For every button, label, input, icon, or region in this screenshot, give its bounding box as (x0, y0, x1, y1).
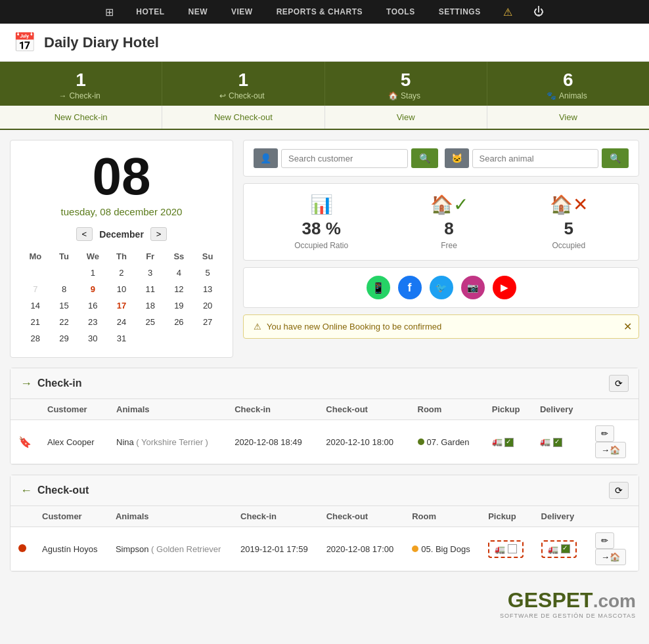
view-stays-link[interactable]: View (325, 106, 487, 129)
cal-day[interactable]: 25 (137, 314, 164, 330)
nav-hotel[interactable]: HOTEL (131, 3, 169, 20)
cal-day[interactable]: 12 (166, 282, 193, 297)
warning-icon[interactable]: ⚠ (499, 2, 516, 22)
facebook-icon[interactable]: f (398, 276, 422, 299)
nav-settings[interactable]: SETTINGS (434, 3, 486, 20)
animal-search-input[interactable] (472, 149, 599, 168)
checkin-section-action-btn[interactable]: ⟳ (609, 375, 629, 392)
cal-day[interactable]: 1 (79, 265, 106, 280)
cal-day[interactable]: 10 (108, 282, 135, 297)
animals-label: 🐾Animals (547, 91, 590, 100)
cal-day[interactable]: 23 (79, 314, 106, 330)
checkout-action-btn[interactable]: →🏠 (595, 549, 626, 565)
occupied-rooms-label: Occupied (550, 241, 588, 250)
animals-cell: Nina ( Yorkshire Terrier ) (108, 420, 227, 464)
cal-day[interactable]: 31 (108, 331, 135, 346)
col-animals: Animals (108, 506, 233, 527)
nav-tools[interactable]: TOOLS (381, 3, 420, 20)
cal-day[interactable]: 7 (22, 282, 49, 297)
pickup-checkbox[interactable] (508, 544, 517, 553)
cal-day[interactable] (194, 331, 221, 346)
cal-day[interactable]: 8 (51, 282, 78, 297)
checkout-section-action-btn[interactable]: ⟳ (609, 482, 629, 499)
cal-day[interactable]: 16 (79, 298, 106, 313)
cal-day[interactable]: 17 (108, 298, 135, 313)
room-status-dot (412, 546, 418, 552)
edit-btn[interactable]: ✏ (595, 532, 614, 549)
nav-new[interactable]: NEW (183, 3, 213, 20)
delivery-checkbox[interactable] (553, 438, 562, 447)
cal-day[interactable]: 28 (22, 331, 49, 346)
col-room: Room (404, 506, 480, 527)
cal-day[interactable]: 4 (166, 265, 193, 280)
cal-day[interactable]: 20 (194, 298, 221, 313)
cal-day[interactable]: 21 (22, 314, 49, 330)
calendar-next-btn[interactable]: > (150, 227, 168, 241)
cal-day[interactable]: 29 (51, 331, 78, 346)
col-bookmark (11, 399, 39, 420)
free-rooms-value: 8 (430, 219, 468, 239)
cal-day[interactable]: 2 (108, 265, 135, 280)
col-status (11, 506, 34, 527)
cal-header-ss: Ss (166, 249, 193, 264)
cal-day[interactable]: 14 (22, 298, 49, 313)
brand-name: GESPET.com (13, 588, 636, 612)
calendar-grid: Mo Tu We Th Fr Ss Su 1 2 3 4 5 (20, 247, 223, 347)
cal-day[interactable] (22, 265, 49, 280)
new-checkin-link[interactable]: New Check-in (0, 106, 162, 129)
grid-icon[interactable]: ⊞ (101, 2, 118, 22)
table-row: Agustín Hoyos Simpson ( Golden Retriever… (11, 527, 638, 571)
stat-animals: 6 🐾Animals (487, 62, 649, 106)
cal-day[interactable] (137, 331, 164, 346)
power-icon[interactable]: ⏻ (529, 2, 548, 22)
occupied-rooms-card: 🏠✕ 5 Occupied (550, 194, 588, 250)
cal-day[interactable]: 18 (137, 298, 164, 313)
cal-day[interactable]: 24 (108, 314, 135, 330)
checkin-cell: 2019-12-01 17:59 (233, 527, 319, 571)
customer-search-input[interactable] (281, 149, 408, 168)
nav-view[interactable]: VIEW (226, 3, 258, 20)
youtube-icon[interactable]: ▶ (493, 276, 516, 299)
cal-day[interactable]: 27 (194, 314, 221, 330)
customer-search-icon-btn[interactable]: 👤 (254, 148, 278, 168)
cal-day[interactable]: 19 (166, 298, 193, 313)
social-bar: 📱 f 🐦 📷 ▶ (243, 267, 639, 308)
view-animals-link[interactable]: View (487, 106, 649, 129)
cal-header-th: Th (108, 249, 135, 264)
cal-day[interactable]: 5 (194, 265, 221, 280)
house-x-icon: 🏠✕ (550, 194, 588, 215)
cal-day[interactable]: 30 (79, 331, 106, 346)
new-checkout-link[interactable]: New Check-out (162, 106, 324, 129)
edit-btn[interactable]: ✏ (595, 425, 614, 442)
calendar-prev-btn[interactable]: < (76, 227, 93, 241)
cal-day[interactable]: 3 (137, 265, 164, 280)
animal-search-submit[interactable]: 🔍 (602, 148, 629, 168)
pickup-checkbox[interactable] (504, 438, 514, 447)
checkin-action-btn[interactable]: →🏠 (595, 442, 626, 458)
page-header: 📅 Daily Diary Hotel (0, 24, 649, 62)
cal-day[interactable]: 26 (166, 314, 193, 330)
occupied-rooms-value: 5 (550, 219, 588, 239)
cal-day[interactable]: 13 (194, 282, 221, 297)
cal-day[interactable]: 15 (51, 298, 78, 313)
customer-search-submit[interactable]: 🔍 (411, 148, 438, 168)
twitter-icon[interactable]: 🐦 (430, 276, 453, 299)
bookmark-icon[interactable]: 🔖 (18, 437, 32, 448)
whatsapp-icon[interactable]: 📱 (367, 276, 390, 299)
cal-day[interactable] (51, 265, 78, 280)
col-actions (586, 399, 638, 420)
instagram-icon[interactable]: 📷 (461, 276, 485, 299)
notification-close-btn[interactable]: ✕ (623, 320, 632, 333)
checkin-label: →Check-in (58, 91, 102, 100)
cal-day[interactable]: 22 (51, 314, 78, 330)
delivery-checkbox[interactable] (561, 544, 570, 553)
cal-day[interactable]: 11 (137, 282, 164, 297)
col-actions (586, 506, 638, 527)
cal-day[interactable] (166, 331, 193, 346)
checkin-cell: 2020-12-08 18:49 (227, 420, 318, 464)
col-delivery: Delivery (533, 506, 586, 527)
nav-reports[interactable]: REPORTS & CHARTS (271, 3, 368, 20)
animal-search-icon-btn[interactable]: 🐱 (445, 148, 469, 168)
notification-icon: ⚠ (254, 322, 261, 332)
cal-day[interactable]: 9 (79, 282, 106, 297)
